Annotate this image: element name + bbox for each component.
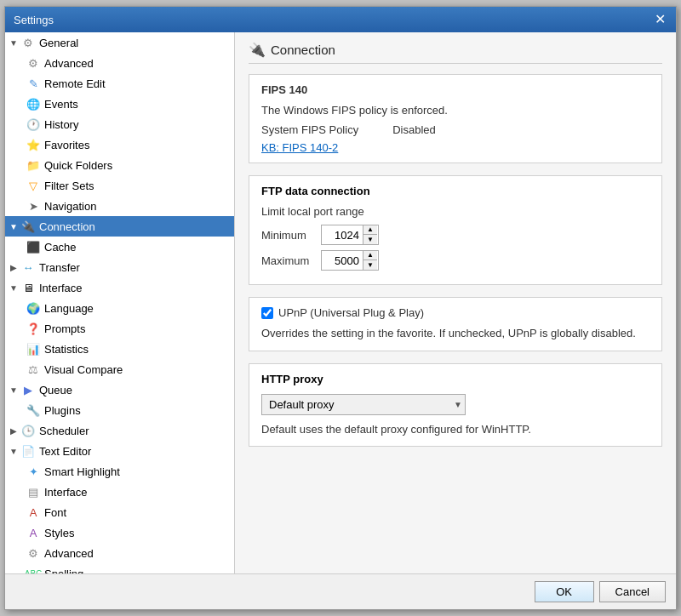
sidebar-label-quick-folders: Quick Folders [44, 159, 112, 172]
sidebar-item-visual-compare[interactable]: ⚖Visual Compare [5, 359, 234, 379]
proxy-title: HTTP proxy [261, 373, 650, 385]
sidebar-item-transfer[interactable]: ▶↔Transfer [5, 257, 234, 277]
upnp-description: Overrides the setting in the favorite. I… [261, 326, 650, 341]
sidebar-item-prompts[interactable]: ❓Prompts [5, 318, 234, 339]
interface-icon: ▤ [26, 484, 41, 499]
sidebar-label-queue: Queue [39, 384, 72, 396]
ok-button[interactable]: OK [535, 581, 594, 602]
globe-icon: 🌐 [26, 96, 41, 111]
sidebar-item-connection[interactable]: ▼🔌Connection [5, 216, 234, 237]
sidebar-item-statistics[interactable]: 📊Statistics [5, 339, 234, 359]
ftp-title: FTP data connection [261, 185, 650, 197]
sidebar-label-events: Events [44, 98, 78, 111]
sidebar-item-language[interactable]: 🌍Language [5, 298, 234, 318]
min-port-spinbox[interactable]: ▲ ▼ [321, 225, 379, 245]
expand-icon: ▼ [9, 385, 19, 395]
sidebar-label-transfer: Transfer [39, 261, 80, 274]
sidebar-item-spelling[interactable]: ABCSpelling [5, 563, 234, 573]
sidebar-label-te-interface: Interface [44, 486, 88, 499]
max-port-label: Maximum [261, 254, 321, 267]
fips-policy-value: Disabled [392, 123, 436, 136]
sidebar-item-styles[interactable]: AStyles [5, 522, 234, 543]
sidebar-label-filter-sets: Filter Sets [44, 180, 94, 192]
fips-link[interactable]: KB: FIPS 140-2 [261, 141, 338, 154]
sidebar-label-advanced: Advanced [44, 57, 94, 70]
sidebar-label-navigation: Navigation [44, 200, 96, 213]
ftp-group: FTP data connection Limit local port ran… [249, 175, 662, 285]
filter-icon: ▽ [26, 178, 41, 193]
dialog-title: Settings [14, 14, 54, 26]
main-panel: 🔌 Connection FIPS 140 The Windows FIPS p… [235, 32, 676, 573]
sidebar-item-advanced[interactable]: ⚙Advanced [5, 53, 234, 73]
sidebar-item-plugins[interactable]: 🔧Plugins [5, 400, 234, 420]
sidebar-label-statistics: Statistics [44, 343, 89, 356]
lang-icon: 🌍 [26, 300, 41, 316]
sidebar-label-history: History [44, 118, 78, 131]
sidebar-label-smart-highlight: Smart Highlight [44, 465, 120, 478]
sidebar-item-favorites[interactable]: ⭐Favorites [5, 134, 234, 155]
upnp-group: UPnP (Universal Plug & Play) Overrides t… [249, 297, 662, 351]
sidebar-item-queue[interactable]: ▼▶Queue [5, 379, 234, 400]
compare-icon: ⚖ [26, 362, 41, 377]
upnp-checkbox[interactable] [261, 307, 273, 319]
max-port-input[interactable] [322, 253, 363, 269]
proxy-description: Default uses the default proxy configure… [261, 422, 650, 437]
fips-description: The Windows FIPS policy is enforced. [261, 103, 650, 118]
sidebar-label-general: General [39, 37, 78, 49]
min-port-row: Minimum ▲ ▼ [261, 225, 650, 245]
fips-policy-row: System FIPS Policy Disabled [261, 123, 650, 136]
sidebar-item-scheduler[interactable]: ▶🕒Scheduler [5, 420, 234, 441]
min-port-input[interactable] [322, 227, 363, 243]
section-title: Connection [271, 43, 335, 57]
expand-icon: ▶ [9, 425, 19, 436]
sched-icon: 🕒 [20, 423, 36, 438]
sidebar: ▼⚙General⚙Advanced✎Remote Edit🌐Events🕐Hi… [5, 32, 235, 573]
font-icon: A [26, 505, 41, 520]
max-port-up[interactable]: ▲ [363, 251, 377, 260]
expand-icon: ▼ [9, 37, 19, 48]
sidebar-item-history[interactable]: 🕐History [5, 114, 234, 134]
sidebar-label-te-advanced: Advanced [44, 547, 94, 560]
dialog-content: ▼⚙General⚙Advanced✎Remote Edit🌐Events🕐Hi… [5, 32, 676, 573]
sidebar-label-cache: Cache [44, 241, 77, 254]
max-port-buttons: ▲ ▼ [363, 251, 377, 270]
fips-group: FIPS 140 The Windows FIPS policy is enfo… [249, 74, 662, 163]
sidebar-item-te-interface[interactable]: ▤Interface [5, 482, 234, 502]
min-port-up[interactable]: ▲ [363, 225, 377, 235]
sidebar-item-filter-sets[interactable]: ▽Filter Sets [5, 175, 234, 196]
plug-icon: 🔌 [20, 219, 36, 234]
prompt-icon: ❓ [26, 321, 41, 336]
sidebar-label-interface: Interface [39, 282, 83, 294]
max-port-down[interactable]: ▼ [363, 260, 377, 270]
fips-title: FIPS 140 [261, 83, 650, 96]
close-button[interactable]: ✕ [652, 12, 667, 27]
sidebar-label-scheduler: Scheduler [39, 425, 89, 437]
queue-icon: ▶ [20, 382, 36, 397]
clock-icon: 🕐 [26, 117, 41, 132]
sidebar-label-prompts: Prompts [44, 322, 85, 335]
gear-icon: ⚙ [20, 35, 36, 50]
sidebar-item-text-editor[interactable]: ▼📄Text Editor [5, 441, 234, 461]
upnp-checkbox-row: UPnP (Universal Plug & Play) [261, 306, 650, 319]
min-port-down[interactable]: ▼ [363, 235, 377, 244]
sidebar-item-smart-highlight[interactable]: ✦Smart Highlight [5, 461, 234, 482]
settings-dialog: Settings ✕ ▼⚙General⚙Advanced✎Remote Edi… [4, 6, 677, 610]
sidebar-label-visual-compare: Visual Compare [44, 363, 123, 376]
proxy-select[interactable]: Default proxy No proxy Custom proxy [261, 394, 466, 415]
sidebar-item-general[interactable]: ▼⚙General [5, 32, 234, 53]
sidebar-label-connection: Connection [39, 220, 95, 233]
sidebar-label-text-editor: Text Editor [39, 445, 91, 458]
max-port-spinbox[interactable]: ▲ ▼ [321, 250, 379, 271]
sidebar-item-navigation[interactable]: ➤Navigation [5, 196, 234, 216]
sidebar-item-cache[interactable]: ⬛Cache [5, 237, 234, 257]
sidebar-item-font[interactable]: AFont [5, 502, 234, 522]
sidebar-item-events[interactable]: 🌐Events [5, 94, 234, 114]
sidebar-item-interface[interactable]: ▼🖥Interface [5, 277, 234, 298]
sidebar-item-remote-edit[interactable]: ✎Remote Edit [5, 73, 234, 94]
sidebar-item-quick-folders[interactable]: 📁Quick Folders [5, 155, 234, 175]
sidebar-item-te-advanced[interactable]: ⚙Advanced [5, 543, 234, 563]
cancel-button[interactable]: Cancel [599, 581, 666, 602]
advanced2-icon: ⚙ [26, 545, 41, 561]
sidebar-label-font: Font [44, 506, 66, 519]
edit-icon: ✎ [26, 76, 41, 91]
